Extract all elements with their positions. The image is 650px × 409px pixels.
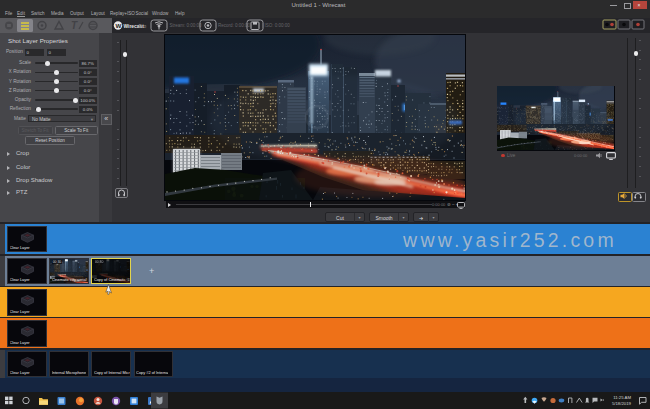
svg-text:11:25 AM: 11:25 AM <box>613 395 631 400</box>
svg-text:Record: 0:00:00: Record: 0:00:00 <box>218 23 251 28</box>
svg-text:5/18/2019: 5/18/2019 <box>612 401 632 406</box>
svg-text:Pro: Pro <box>139 24 147 29</box>
svg-text:T: T <box>71 20 78 31</box>
svg-text:Stream: 0:00:00: Stream: 0:00:00 <box>170 23 203 28</box>
svg-text:W: W <box>115 22 121 29</box>
svg-text:ISO: 0:00:00: ISO: 0:00:00 <box>265 23 291 28</box>
